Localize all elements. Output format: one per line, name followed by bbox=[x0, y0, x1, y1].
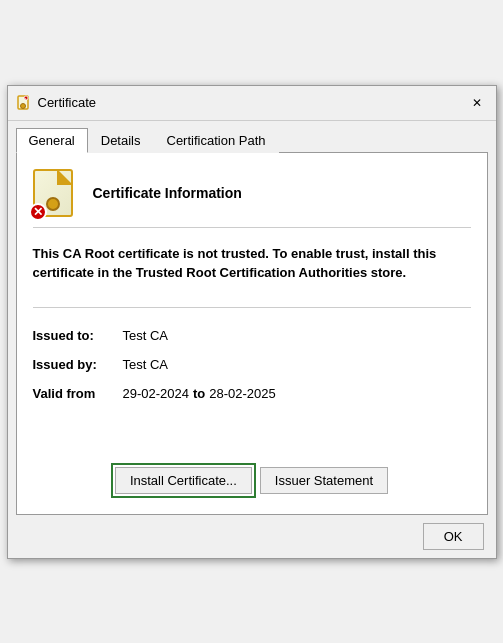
certificate-dialog: ✕ Certificate ✕ General Details Certific… bbox=[7, 85, 497, 559]
cert-ribbon-circle bbox=[46, 197, 60, 211]
issued-by-row: Issued by: Test CA bbox=[33, 357, 471, 372]
warning-box: This CA Root certificate is not trusted.… bbox=[33, 240, 471, 295]
cert-icon-container: ✕ bbox=[33, 169, 81, 217]
svg-point-1 bbox=[20, 103, 25, 108]
cert-info-title: Certificate Information bbox=[93, 185, 242, 201]
tabs-bar: General Details Certification Path bbox=[8, 121, 496, 152]
valid-from-row: Valid from 29-02-2024 to 28-02-2025 bbox=[33, 386, 471, 401]
tab-details[interactable]: Details bbox=[88, 128, 154, 153]
tab-certification-path[interactable]: Certification Path bbox=[154, 128, 279, 153]
title-bar-left: ✕ Certificate bbox=[16, 95, 97, 111]
cert-header: ✕ Certificate Information bbox=[33, 169, 471, 228]
info-section: Issued to: Test CA Issued by: Test CA Va… bbox=[33, 324, 471, 419]
action-buttons: Install Certificate... Issuer Statement bbox=[33, 467, 471, 498]
issued-by-value: Test CA bbox=[123, 357, 169, 372]
issued-to-label: Issued to: bbox=[33, 328, 123, 343]
issued-to-row: Issued to: Test CA bbox=[33, 328, 471, 343]
main-content: ✕ Certificate Information This CA Root c… bbox=[16, 152, 488, 515]
title-bar: ✕ Certificate ✕ bbox=[8, 86, 496, 121]
close-button[interactable]: ✕ bbox=[466, 92, 488, 114]
error-overlay-icon: ✕ bbox=[29, 203, 47, 221]
install-certificate-button[interactable]: Install Certificate... bbox=[115, 467, 252, 494]
tab-general[interactable]: General bbox=[16, 128, 88, 153]
divider bbox=[33, 307, 471, 308]
issued-by-label: Issued by: bbox=[33, 357, 123, 372]
valid-to-value: 28-02-2025 bbox=[209, 386, 276, 401]
valid-from-label: Valid from bbox=[33, 386, 123, 401]
issuer-statement-button[interactable]: Issuer Statement bbox=[260, 467, 388, 494]
window-icon: ✕ bbox=[16, 95, 32, 111]
svg-text:✕: ✕ bbox=[24, 97, 27, 101]
window-title: Certificate bbox=[38, 95, 97, 110]
warning-text: This CA Root certificate is not trusted.… bbox=[33, 244, 471, 283]
spacer bbox=[33, 419, 471, 459]
ok-button[interactable]: OK bbox=[423, 523, 484, 550]
issued-to-value: Test CA bbox=[123, 328, 169, 343]
bottom-bar: OK bbox=[8, 515, 496, 558]
valid-to-word: to bbox=[193, 386, 205, 401]
valid-from-value: 29-02-2024 bbox=[123, 386, 190, 401]
